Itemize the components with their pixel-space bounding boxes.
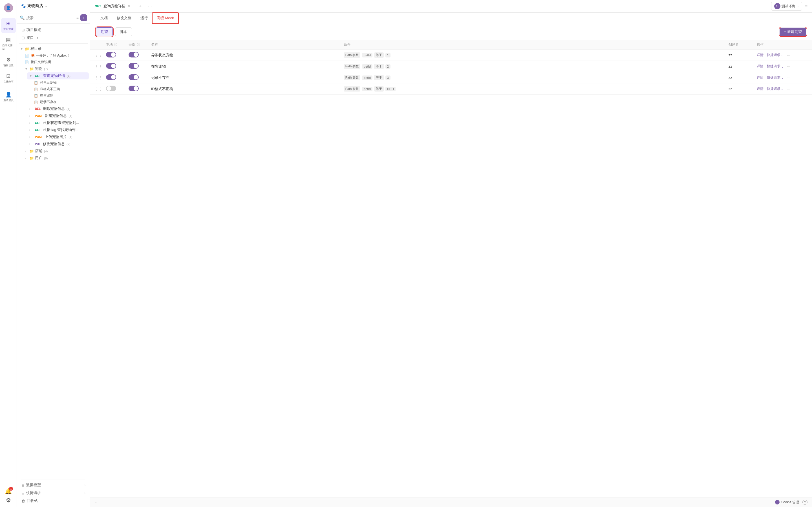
detail-link-3[interactable]: 详情 [757,75,763,80]
toggle-cloud-2[interactable] [129,63,139,69]
tab-add-button[interactable]: + [135,0,146,12]
env-selector[interactable]: ↻ 测试环境 ⌄ [771,2,802,11]
row-name-2: 在售宠物 [151,64,344,69]
more-action-3[interactable]: ··· [787,75,790,80]
gear-button[interactable]: ⚙ [6,497,11,504]
toggle-slider-local-2[interactable] [106,63,116,69]
cloud-toggle-2[interactable] [129,63,151,69]
tree-api-del-pet[interactable]: › DEL 删除宠物信息 (1) [27,105,89,112]
cookie-button[interactable]: Cookie 管理 [775,500,799,505]
status-chevron-icon: › [29,121,33,124]
detail-link-2[interactable]: 详情 [757,64,763,69]
avatar[interactable]: 👤 [4,3,13,12]
toggle-slider-local-4[interactable] [106,86,116,91]
tab-close-icon[interactable]: ✕ [128,4,130,8]
search-input[interactable] [26,16,75,20]
tree-api-get-status[interactable]: › GET 根据状态查找宠物列... [27,119,89,126]
toggle-cloud-1[interactable] [129,52,139,57]
sidebar-icon-share[interactable]: ⊡ 在线分享 [1,71,16,86]
panel-tab-script[interactable]: 脚本 [115,27,132,36]
new-expect-button[interactable]: + 新建期望 [779,27,806,36]
tree-api-get-pet-detail[interactable]: ▼ GET 查询宠物详情 (4) [27,72,89,79]
detail-link-4[interactable]: 详情 [757,87,763,91]
cloud-toggle-4[interactable] [129,86,151,92]
help-icon[interactable]: ? [802,500,808,505]
drag-handle-4[interactable]: ⋮⋮ [95,87,106,91]
tree-leaf-oneminute[interactable]: 📄 🦊 一分钟，了解 Apifox！ [22,52,89,59]
topbar: GET 查询宠物详情 ✕ + ··· ↻ 测试环境 ⌄ ≡ [90,0,812,13]
collapse-button[interactable]: « [95,500,97,504]
toggle-local-3[interactable] [106,74,116,80]
local-toggle-2[interactable] [106,63,129,69]
quick-req-2[interactable]: 快捷请求 ⌄ [767,64,784,69]
datamodel-label: 数据模型 [26,483,41,488]
sidebar-item-overview[interactable]: ⊞ 项目概览 [19,26,88,34]
drag-handle-3[interactable]: ⋮⋮ [95,75,106,80]
drag-handle-2[interactable]: ⋮⋮ [95,64,106,69]
tree-api-put-pet[interactable]: › PUT 修改宠物信息 (2) [27,140,89,148]
toggle-cloud-3[interactable] [129,74,139,80]
local-toggle-4[interactable] [106,86,129,92]
sidebar-icon-interface[interactable]: ⊞ 接口管理 [1,18,16,33]
local-toggle-1[interactable] [106,52,129,58]
tree-leaf-apidoc[interactable]: 📄 接口文档说明 [22,59,89,65]
cloud-toggle-3[interactable] [129,74,151,81]
nav-tab-run[interactable]: 运行 [136,13,152,24]
sidebar-item-trash[interactable]: 🗑 回收站 [19,497,88,505]
mock-notfound[interactable]: 📋 记录不存在 [32,99,89,105]
mock-onsale[interactable]: 📋 在售宠物 [32,93,89,99]
main-sidebar: 🐾 宠物商店 ⌄ 🔍 ≡ + ⊞ 项目概览 ⊟ 接口 ▼ ▼ 📁 [17,0,90,507]
quick-req-1[interactable]: 快捷请求 ⌄ [767,53,784,57]
local-toggle-3[interactable] [106,74,129,81]
env-chevron-icon: ⌄ [796,4,799,8]
tree-folder-store[interactable]: › 📁 店铺 (4) [22,148,89,155]
topbar-more-button[interactable]: ≡ [805,4,808,9]
tree-api-get-tag[interactable]: › GET 根据 tag 查找宠物列... [27,126,89,133]
mock-sold[interactable]: 📋 已售出宠物 [32,79,89,86]
quick-req-3[interactable]: 快捷请求 ⌄ [767,75,784,80]
toggle-slider-cloud-2[interactable] [129,63,139,69]
nav-tab-docs[interactable]: 文档 [96,13,112,24]
toggle-slider-cloud-4[interactable] [129,86,139,91]
tree-api-post-upload[interactable]: › POST 上传宠物图片 (1) [27,133,89,140]
sidebar-icon-invite[interactable]: 👤 邀请成员 [1,89,16,105]
sidebar-icon-settings[interactable]: ⚙ 项目设置 [1,54,16,69]
sidebar-item-datamodel[interactable]: ⊞ 数据模型 › [19,481,88,489]
toggle-local-1[interactable] [106,52,116,57]
header-cloud: 云端 ⓘ [129,42,151,47]
tab-more-button[interactable]: ··· [146,0,154,12]
add-button[interactable]: + [80,14,87,21]
nav-tab-mock[interactable]: 高级 Mock [152,13,179,24]
more-action-2[interactable]: ··· [787,64,790,68]
sidebar-icon-automation[interactable]: ▤ 自动化测试 [1,34,16,53]
toggle-local-4[interactable] [106,86,116,91]
tree-container: ▼ 📁 根目录 📄 🦊 一分钟，了解 Apifox！ 📄 接口文档说明 ▼ 📁 … [17,45,90,162]
sidebar-item-interface[interactable]: ⊟ 接口 ▼ [19,34,88,42]
more-action-1[interactable]: ··· [787,53,790,57]
toggle-slider-cloud-3[interactable] [129,74,139,80]
toggle-local-2[interactable] [106,63,116,69]
toggle-slider-local-3[interactable] [106,74,116,80]
toggle-slider-cloud-1[interactable] [129,52,139,57]
tree-api-post-pet[interactable]: › POST 新建宠物信息 (1) [27,112,89,119]
panel-tab-expect[interactable]: 期望 [96,27,113,36]
cloud-toggle-1[interactable] [129,52,151,58]
mock-invalid-id[interactable]: 📋 ID格式不正确 [32,86,89,93]
put-count: (2) [66,143,70,146]
filter-icon[interactable]: ≡ [77,15,79,20]
tree-folder-user[interactable]: › 📁 用户 (9) [22,155,89,162]
quick-req-4[interactable]: 快捷请求 ⌄ [767,87,784,91]
more-action-4[interactable]: ··· [787,87,790,91]
tab-get-pet[interactable]: GET 查询宠物详情 ✕ [90,0,135,12]
project-chevron-icon[interactable]: ⌄ [45,4,47,8]
settings-icon: ⚙ [6,57,11,63]
toggle-cloud-4[interactable] [129,86,139,91]
tree-folder-pet[interactable]: ▼ 📁 宠物 (7) [22,65,89,72]
sidebar-item-quickreq[interactable]: ⊟ 快捷请求 › [19,489,88,497]
nav-tab-modify[interactable]: 修改文档 [112,13,136,24]
bell-button[interactable]: 🔔 1 [5,488,12,495]
detail-link-1[interactable]: 详情 [757,53,763,57]
tree-folder-root[interactable]: ▼ 📁 根目录 [18,45,89,52]
toggle-slider-local-1[interactable] [106,52,116,57]
drag-handle-1[interactable]: ⋮⋮ [95,53,106,57]
